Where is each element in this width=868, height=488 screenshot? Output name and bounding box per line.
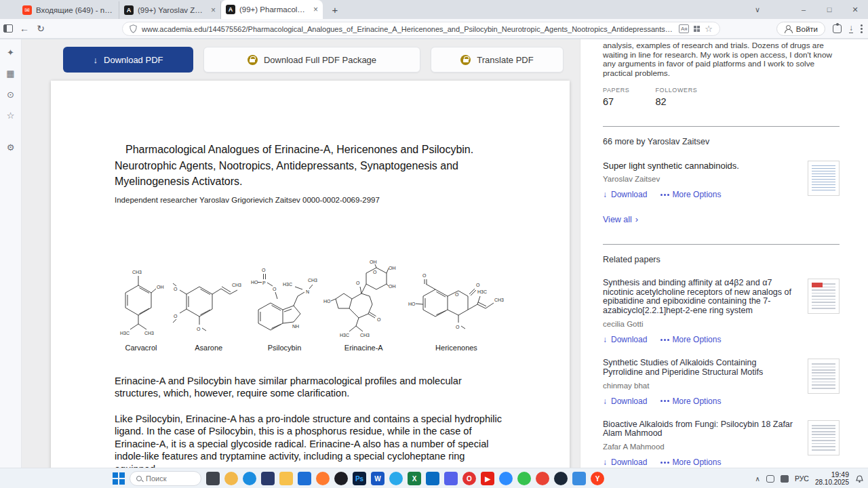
- taskbar-app-edge-icon[interactable]: [243, 472, 256, 485]
- network-icon[interactable]: [766, 475, 774, 483]
- taskbar-app-opera-icon[interactable]: O: [462, 472, 476, 485]
- paper-link[interactable]: Super light synthetic cannabinoids.: [603, 161, 798, 171]
- taskbar-app-firefox-icon[interactable]: [316, 472, 330, 485]
- molecule-psilocybin: O HO P O NH: [250, 264, 319, 352]
- minimize-button[interactable]: –: [791, 0, 816, 19]
- volume-icon[interactable]: [781, 475, 789, 483]
- download-link[interactable]: ↓Download: [603, 335, 647, 344]
- paper-thumbnail[interactable]: [808, 420, 840, 455]
- stat-followers: FOLLOWERS 82: [655, 87, 697, 107]
- shield-icon[interactable]: [130, 24, 137, 33]
- taskbar-app-yandex-browser-icon[interactable]: Y: [591, 472, 604, 485]
- translate-icon[interactable]: Aя: [679, 24, 689, 33]
- more-options-link[interactable]: More Options: [660, 190, 721, 199]
- download-arrow-icon: ↓: [603, 335, 607, 344]
- taskbar-app-chrome-icon[interactable]: [536, 472, 549, 485]
- extensions-icon[interactable]: [833, 24, 842, 33]
- reload-icon[interactable]: ↻: [33, 21, 49, 36]
- svg-text:N: N: [306, 289, 309, 294]
- taskbar-search[interactable]: [130, 471, 201, 486]
- taskbar-app-obs-studio-icon[interactable]: [334, 472, 348, 485]
- taskbar-app-paint-icon[interactable]: [572, 472, 586, 485]
- download-full-package-button[interactable]: Download Full PDF Package: [203, 47, 420, 73]
- address-bar[interactable]: www.academia.edu/144575562/Pharmacologic…: [122, 22, 720, 36]
- bookmarks-icon[interactable]: ☆: [5, 109, 17, 121]
- notifications-bell-icon[interactable]: [855, 474, 864, 483]
- taskbar-clock[interactable]: 19:49 28.10.2025: [815, 470, 849, 487]
- tab-pharmacological-paper[interactable]: A (99+) Pharmacological Analog... ×: [221, 0, 323, 19]
- taskbar-app-zoom-icon[interactable]: [499, 472, 513, 485]
- tab-mail-inbox[interactable]: ✉ Входящие (649) - nabrosovnal...: [18, 1, 119, 19]
- download-link[interactable]: ↓Download: [603, 396, 647, 406]
- taskbar-app-telegram-icon[interactable]: [389, 472, 403, 485]
- paper-list-item: Super light synthetic cannabinoids. Yaro…: [603, 161, 840, 199]
- history-icon[interactable]: ⊙: [5, 88, 17, 100]
- tab-author-profile[interactable]: A (99+) Yaroslav Zaitsev - Indepe... ×: [119, 1, 221, 19]
- collections-grid-icon[interactable]: [694, 26, 700, 32]
- taskbar-app-file-explorer-icon[interactable]: [279, 472, 293, 485]
- gear-icon[interactable]: ⚙: [5, 141, 17, 153]
- back-icon[interactable]: ←: [16, 21, 33, 36]
- svg-text:CH3: CH3: [232, 283, 241, 287]
- taskbar-app-excel-icon[interactable]: X: [408, 472, 421, 485]
- taskbar-app-store-icon[interactable]: [298, 472, 311, 485]
- svg-text:HO: HO: [251, 280, 258, 285]
- paper-thumbnail[interactable]: [808, 279, 840, 314]
- maximize-button[interactable]: □: [816, 0, 842, 19]
- ai-assistant-icon[interactable]: ✦: [5, 46, 17, 58]
- login-button[interactable]: Войти: [776, 22, 825, 36]
- svg-text:O: O: [262, 268, 266, 272]
- downloads-icon[interactable]: ↓: [849, 24, 853, 33]
- academia-favicon: A: [226, 5, 235, 14]
- start-button[interactable]: [113, 472, 125, 485]
- taskbar-app-whatsapp-icon[interactable]: [517, 472, 531, 485]
- language-indicator[interactable]: РУС: [795, 474, 809, 483]
- taskbar-app-task-view-icon[interactable]: [206, 472, 220, 485]
- download-pdf-button[interactable]: ↓ Download PDF: [63, 47, 193, 73]
- divider: [603, 244, 840, 245]
- download-link[interactable]: ↓Download: [603, 458, 647, 467]
- services-icon[interactable]: ▦: [5, 67, 17, 79]
- toolbar-right: Войти ↓: [776, 19, 863, 39]
- close-icon[interactable]: ×: [211, 5, 216, 15]
- paper-thumbnail[interactable]: [808, 359, 840, 394]
- taskbar-app-people-icon[interactable]: [224, 472, 238, 485]
- paper-author-link[interactable]: Zafar A Mahmood: [603, 443, 798, 451]
- more-options-link[interactable]: More Options: [660, 458, 721, 467]
- taskbar-app-photoshop-icon[interactable]: Ps: [353, 472, 366, 485]
- paper-paragraph: Erinacine-A and Psilocybin have similar …: [115, 375, 505, 400]
- system-tray: ∧ РУС 19:49 28.10.2025: [755, 468, 864, 488]
- paper-link[interactable]: Bioactive Alkaloids from Fungi: Psilocyb…: [603, 420, 798, 439]
- menu-icon[interactable]: [861, 24, 863, 26]
- tab-list-chevron-icon[interactable]: ∨: [745, 0, 770, 19]
- paper-title: Pharmacological Analogues of Erinacine-A…: [115, 142, 505, 190]
- ellipsis-icon: [660, 400, 663, 402]
- bookmark-star-icon[interactable]: ☆: [705, 24, 713, 34]
- taskbar-app-discord-icon[interactable]: [444, 472, 458, 485]
- paper-author-link[interactable]: chinmay bhat: [603, 382, 798, 390]
- close-icon[interactable]: ×: [313, 5, 318, 14]
- taskbar-app-vs-code-icon[interactable]: [426, 472, 439, 485]
- more-options-link[interactable]: More Options: [660, 396, 721, 406]
- close-window-button[interactable]: ✕: [842, 0, 868, 19]
- search-input[interactable]: [146, 474, 193, 483]
- ellipsis-icon: [660, 462, 663, 464]
- taskbar-apps: PsWXO▶Y: [206, 472, 604, 485]
- paper-author-link[interactable]: Yaroslav Zaitsev: [603, 175, 798, 183]
- paper-author-link[interactable]: cecilia Gotti: [603, 320, 798, 328]
- view-all-link[interactable]: View all›: [603, 214, 638, 224]
- author-stats: PAPERS 67 FOLLOWERS 82: [603, 87, 840, 107]
- new-tab-button[interactable]: +: [327, 1, 343, 18]
- paper-link[interactable]: Synthetic Studies of Alkaloids Containin…: [603, 359, 798, 378]
- translate-pdf-button[interactable]: Translate PDF: [431, 47, 564, 73]
- taskbar-app-steam-icon[interactable]: [554, 472, 568, 485]
- more-options-link[interactable]: More Options: [660, 335, 721, 344]
- download-link[interactable]: ↓Download: [603, 190, 647, 199]
- taskbar-app-mail-app-icon[interactable]: [261, 472, 275, 485]
- paper-thumbnail[interactable]: [808, 161, 840, 196]
- tray-overflow-chevron-icon[interactable]: ∧: [755, 475, 760, 483]
- sidebar-toggle-icon[interactable]: [0, 21, 16, 36]
- taskbar-app-youtube-icon[interactable]: ▶: [481, 472, 494, 485]
- paper-link[interactable]: Synthesis and binding affinity at α4β2 a…: [603, 279, 798, 316]
- taskbar-app-word-icon[interactable]: W: [371, 472, 384, 485]
